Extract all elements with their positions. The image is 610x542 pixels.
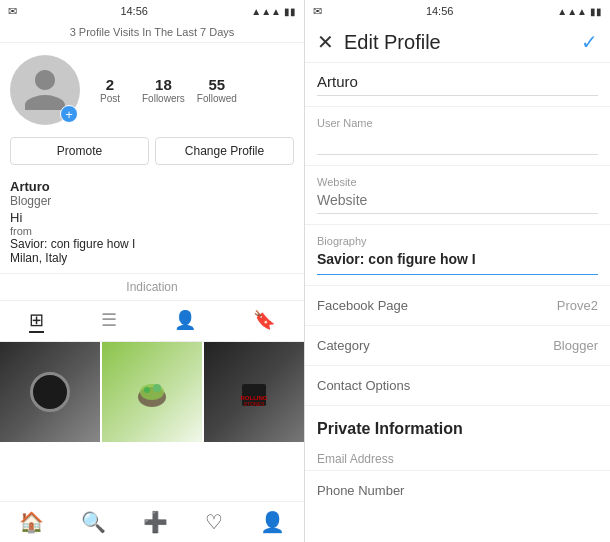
stat-posts: 2 Post [90, 76, 130, 104]
left-panel: ✉ 14:56 ▲▲▲ ▮▮ 3 Profile Visits In The L… [0, 0, 305, 542]
profile-stats: 2 Post 18 Followers 55 Followed [90, 76, 237, 104]
private-info-section-header: Private Information [305, 406, 610, 444]
nav-search[interactable]: 🔍 [81, 510, 106, 534]
svg-text:STONES: STONES [244, 401, 265, 407]
facebook-row[interactable]: Facebook Page Prove2 [305, 286, 610, 326]
website-field: Website [305, 166, 610, 225]
photo-cell-3[interactable]: ROLLING STONES [204, 342, 304, 442]
photo-grid: ROLLING STONES [0, 342, 304, 501]
biography-underline [317, 274, 598, 275]
tab-row: ⊞ ☰ 👤 🔖 [0, 301, 304, 342]
photo-cell-1[interactable] [0, 342, 100, 442]
following-count: 55 [208, 76, 225, 93]
name-field [305, 63, 610, 107]
mail-icon-right: ✉ [313, 5, 322, 18]
stat-following: 55 Followed [197, 76, 237, 104]
tab-grid[interactable]: ⊞ [29, 309, 44, 333]
username-underline [317, 154, 598, 155]
signal-icon-right: ▲▲▲ [557, 6, 587, 17]
following-label: Followed [197, 93, 237, 104]
phone-label: Phone Number [317, 483, 404, 498]
right-panel: ✉ 14:56 ▲▲▲ ▮▮ ✕ Edit Profile ✓ User Nam… [305, 0, 610, 542]
change-profile-label: Change Profile [185, 144, 264, 158]
followers-count: 18 [155, 76, 172, 93]
category-label: Category [317, 338, 370, 353]
profile-name: Arturo [10, 179, 294, 194]
avatar-container[interactable]: + [10, 55, 80, 125]
facebook-label: Facebook Page [317, 298, 408, 313]
category-value: Blogger [553, 338, 598, 353]
biography-value[interactable]: Savior: con figure how I [317, 250, 598, 270]
shirt-image: ROLLING STONES [234, 372, 274, 412]
svg-point-2 [144, 387, 150, 393]
battery-icon-right: ▮▮ [590, 6, 602, 17]
contact-options-label: Contact Options [317, 378, 410, 393]
close-button[interactable]: ✕ [317, 32, 334, 52]
save-check-button[interactable]: ✓ [581, 30, 598, 54]
change-profile-button[interactable]: Change Profile [155, 137, 294, 165]
email-field[interactable]: Email Address [305, 444, 610, 471]
posts-label: Post [100, 93, 120, 104]
name-underline [317, 95, 598, 96]
username-input[interactable] [317, 133, 598, 149]
nav-home[interactable]: 🏠 [19, 510, 44, 534]
food-image [132, 372, 172, 412]
biography-label: Biography [317, 235, 598, 247]
profile-bio: Hi [10, 210, 294, 225]
website-underline [317, 213, 598, 214]
name-input[interactable] [317, 73, 598, 90]
edit-form: User Name Website Biography Savior: con … [305, 63, 610, 542]
email-label: Email Address [317, 452, 598, 466]
private-info-title: Private Information [317, 420, 598, 438]
profile-info: Arturo Blogger Hi from Savior: con figur… [0, 175, 304, 273]
category-row[interactable]: Category Blogger [305, 326, 610, 366]
indication-bar: Indication [0, 273, 304, 301]
signal-icon-left: ▲▲▲ [251, 6, 281, 17]
time-right: 14:56 [426, 5, 454, 17]
biography-field: Biography Savior: con figure how I [305, 225, 610, 286]
tab-list[interactable]: ☰ [101, 309, 117, 333]
status-icons-right: ▲▲▲ ▮▮ [557, 6, 602, 17]
website-input[interactable] [317, 192, 598, 208]
time-left: 14:56 [120, 5, 148, 17]
nav-add[interactable]: ➕ [143, 510, 168, 534]
posts-count: 2 [106, 76, 114, 93]
promote-label: Promote [57, 144, 102, 158]
bottom-nav: 🏠 🔍 ➕ ♡ 👤 [0, 501, 304, 542]
tab-person[interactable]: 👤 [174, 309, 196, 333]
username-label: User Name [317, 117, 598, 129]
add-photo-button[interactable]: + [60, 105, 78, 123]
edit-header: ✕ Edit Profile ✓ [305, 22, 610, 63]
svg-point-3 [153, 384, 161, 392]
status-bar-left: ✉ 14:56 ▲▲▲ ▮▮ [0, 0, 304, 22]
indication-text: Indication [126, 280, 177, 294]
contact-options-row[interactable]: Contact Options [305, 366, 610, 406]
mail-icon-left: ✉ [8, 5, 17, 18]
profile-link: Savior: con figure how I [10, 237, 294, 251]
profile-header: + 2 Post 18 Followers 55 Followed [0, 43, 304, 137]
profile-from-label: from [10, 225, 294, 237]
watch-image [30, 372, 70, 412]
promote-button[interactable]: Promote [10, 137, 149, 165]
tab-bookmark[interactable]: 🔖 [253, 309, 275, 333]
phone-row[interactable]: Phone Number [305, 471, 610, 510]
profile-role: Blogger [10, 194, 294, 208]
nav-heart[interactable]: ♡ [205, 510, 223, 534]
status-bar-right: ✉ 14:56 ▲▲▲ ▮▮ [305, 0, 610, 22]
website-label: Website [317, 176, 598, 188]
battery-icon-left: ▮▮ [284, 6, 296, 17]
facebook-value: Prove2 [557, 298, 598, 313]
profile-visits-text: 3 Profile Visits In The Last 7 Days [70, 26, 235, 38]
status-icons-left: ▲▲▲ ▮▮ [251, 6, 296, 17]
username-field: User Name [305, 107, 610, 166]
nav-profile[interactable]: 👤 [260, 510, 285, 534]
followers-label: Followers [142, 93, 185, 104]
edit-profile-title: Edit Profile [344, 31, 571, 54]
profile-location: Milan, Italy [10, 251, 294, 265]
stat-followers: 18 Followers [142, 76, 185, 104]
profile-buttons: Promote Change Profile [0, 137, 304, 175]
photo-cell-2[interactable] [102, 342, 202, 442]
profile-visits-bar: 3 Profile Visits In The Last 7 Days [0, 22, 304, 43]
